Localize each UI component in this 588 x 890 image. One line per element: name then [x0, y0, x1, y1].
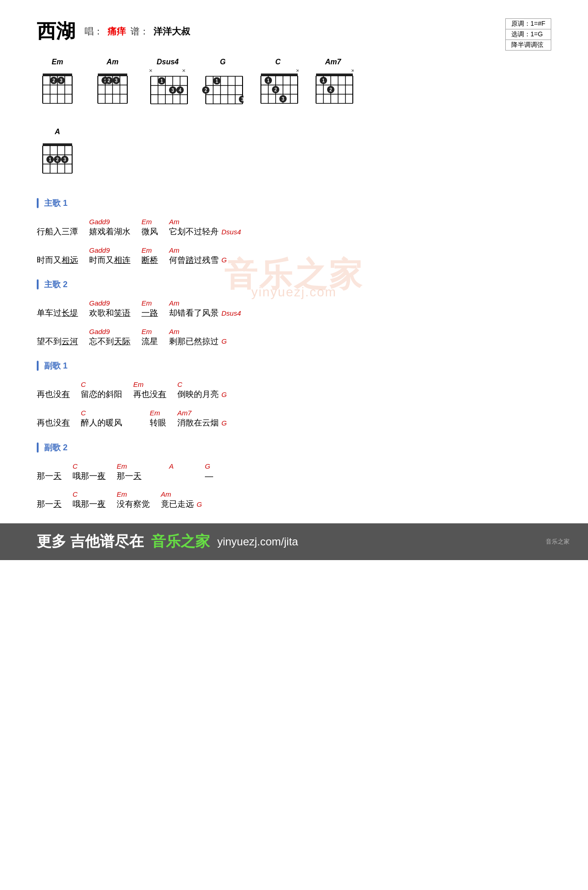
- v2l2-chord5: G: [221, 337, 227, 346]
- c2l1-pair5: G —: [205, 462, 213, 482]
- c1l1-pair4: C 倒映的月亮: [177, 380, 219, 400]
- c2l2-lyric4: 竟已走远: [161, 499, 194, 510]
- verse1-lines: 行船入三潭 Gadd9 嬉戏着湖水 Em 微风 Am 它划不过轻舟: [37, 218, 551, 265]
- c2l1-chord2: C: [73, 462, 78, 471]
- chord-em: Em 2 3: [37, 58, 78, 106]
- verse1-title: 主歌 1: [44, 198, 68, 209]
- chord-c: C × 1 2 3: [257, 58, 299, 109]
- v1l2-pair5: G: [221, 256, 227, 265]
- c2l2-pair2: C 哦那一夜: [73, 490, 114, 510]
- svg-text:2: 2: [56, 157, 59, 162]
- v2l2-lyric4: 剩那已然掠过: [169, 337, 219, 347]
- c1l2-chord4: Am7: [177, 409, 192, 418]
- singer-name: 痛痒: [107, 25, 126, 38]
- verse2-lines: 单车过长堤 Gadd9 欢歌和笑语 Em 一路 Am 却错看了风景: [37, 299, 551, 346]
- v2l1-pair4: Am 却错看了风景: [169, 299, 219, 318]
- c1l2-lyric4: 消散在云烟: [177, 418, 219, 428]
- verse2-line1-row: 单车过长堤 Gadd9 欢歌和笑语 Em 一路 Am 却错看了风景: [37, 299, 551, 318]
- verse1-header: 主歌 1: [37, 198, 551, 209]
- v2l1-pair3: Em 一路: [141, 299, 166, 318]
- c1l1-lyric2: 留恋的斜阳: [81, 390, 130, 400]
- v1l1-lyric3: 微风: [141, 227, 166, 237]
- svg-text:2: 2: [204, 88, 207, 93]
- c2l1-lyric3: 那一天: [117, 471, 166, 482]
- c1l1-chord3: Em: [133, 380, 144, 390]
- svg-text:3: 3: [115, 78, 118, 83]
- c1l2-chord2: C: [81, 409, 86, 418]
- chord-dsus4-name: Dsus4: [157, 58, 179, 66]
- v1l2-lyric3: 断桥: [141, 255, 166, 266]
- v2l1-chord1: [37, 299, 39, 308]
- chorus1-line1: 再也没有 C 留恋的斜阳 Em 再也没有 C 倒映的月亮: [37, 380, 551, 400]
- c2l2-pair5: G: [197, 500, 202, 510]
- v2l2-lyric2: 忘不到天际: [89, 337, 139, 347]
- c2l2-lyric3: 没有察觉: [117, 499, 158, 510]
- svg-text:×: ×: [149, 68, 153, 74]
- chord-am: Am 1 2 3: [92, 58, 133, 106]
- header: 西湖 唱： 痛痒 谱： 洋洋大叔 原调：1=#F 选调：1=G 降半调调弦: [37, 18, 551, 44]
- chord-c-name: C: [275, 58, 281, 66]
- c2l1-chord4: A: [169, 462, 174, 471]
- v2l2-chord1: [37, 328, 39, 337]
- selected-key: 选调：1=G: [506, 29, 551, 40]
- v2l1-chord3: Em: [141, 299, 152, 308]
- chord-em-diagram: 2 3: [39, 68, 76, 106]
- v1l1-pair4: Am 它划不过轻舟: [169, 218, 219, 237]
- footer-text2: 音乐之家: [151, 532, 210, 552]
- v2l2-lyric1: 望不到云河: [37, 337, 86, 347]
- c2l2-pair1: 那一天: [37, 490, 70, 510]
- v2l1-pair2: Gadd9 欢歌和笑语: [89, 299, 139, 318]
- v1l2-lyric2: 时而又相连: [89, 255, 139, 266]
- chord-dsus4-diagram: × × 2 1 3 4: [147, 68, 188, 109]
- chorus1-line2: 再也没有 C 醉人的暖风 Em 转眼 Am7 消散在云烟: [37, 409, 551, 428]
- footer-text3: yinyuezj.com/jita: [217, 535, 298, 548]
- section-chorus2: 副歌 2 那一天 C 哦那一夜 Em 那一天: [37, 442, 551, 510]
- verse1-line2: 时而又相远 Gadd9 时而又相连 Em 断桥 Am 何曾踏过残雪: [37, 246, 551, 266]
- verse2-line2: 望不到云河 Gadd9 忘不到天际 Em 流星 Am 剩那已然掠过: [37, 328, 551, 347]
- c2l1-chord5: G: [205, 462, 210, 471]
- svg-text:×: ×: [351, 68, 354, 74]
- chord-section-2: A 1 2 3: [37, 128, 551, 179]
- svg-text:×: ×: [296, 68, 299, 74]
- chord-am-diagram: 1 2 3: [94, 68, 131, 106]
- c1l1-pair1: 再也没有: [37, 380, 78, 400]
- c2l2-chord3: Em: [117, 490, 127, 499]
- c1l2-lyric2: 醉人的暖风: [81, 418, 147, 428]
- c2l2-lyric1: 那一天: [37, 499, 70, 510]
- v1l2-chord4: Am: [169, 246, 180, 255]
- svg-text:3: 3: [60, 78, 62, 83]
- c2l1-lyric5: —: [205, 471, 213, 482]
- footer: 更多 吉他谱尽在 音乐之家 yinyuezj.com/jita 音乐之家: [0, 523, 588, 560]
- chorus2-line2: 那一天 C 哦那一夜 Em 没有察觉 Am 竟已走远: [37, 490, 551, 510]
- c2l1-lyric4: [169, 471, 202, 482]
- section-chorus1: 副歌 1 再也没有 C 留恋的斜阳 Em 再也没有: [37, 360, 551, 428]
- v1l1-chord2: Gadd9: [89, 218, 110, 227]
- v1l1-chord1: [37, 218, 39, 227]
- c1l2-pair3: Em 转眼: [150, 409, 175, 428]
- v2l2-pair4: Am 剩那已然掠过: [169, 328, 219, 347]
- footer-text1: 更多 吉他谱尽在: [37, 532, 144, 552]
- v2l1-chord5: Dsus4: [221, 309, 241, 318]
- svg-text:4: 4: [179, 88, 181, 93]
- header-meta: 唱： 痛痒 谱： 洋洋大叔: [85, 25, 190, 38]
- v1l1-chord5: Dsus4: [221, 228, 241, 237]
- svg-text:3: 3: [282, 96, 284, 102]
- verse2-bar: [37, 279, 39, 289]
- v1l1-chord3: Em: [141, 218, 152, 227]
- chorus1-line2-row: 再也没有 C 醉人的暖风 Em 转眼 Am7 消散在云烟: [37, 409, 551, 428]
- v1l1-lyric1: 行船入三潭: [37, 227, 86, 237]
- c1l2-pair1: 再也没有: [37, 409, 78, 428]
- c2l1-lyric2: 哦那一夜: [73, 471, 114, 482]
- section-verse1: 主歌 1 行船入三潭 Gadd9 嬉戏着湖水 Em 微风: [37, 198, 551, 265]
- chorus1-lines: 再也没有 C 留恋的斜阳 Em 再也没有 C 倒映的月亮: [37, 380, 551, 428]
- v1l1-pair3: Em 微风: [141, 218, 166, 237]
- chord-dsus4: Dsus4 × × 2 1: [147, 58, 188, 109]
- v2l1-chord2: Gadd9: [89, 299, 110, 308]
- c1l2-chord5: G: [221, 419, 227, 428]
- svg-text:2: 2: [329, 87, 332, 92]
- c1l1-chord4: C: [177, 380, 182, 390]
- chord-am7-diagram: × 1 2: [312, 68, 354, 109]
- v1l1-pair1: 行船入三潭: [37, 218, 86, 237]
- c2l2-pair4: Am 竟已走远: [161, 490, 194, 510]
- svg-text:2: 2: [52, 78, 55, 83]
